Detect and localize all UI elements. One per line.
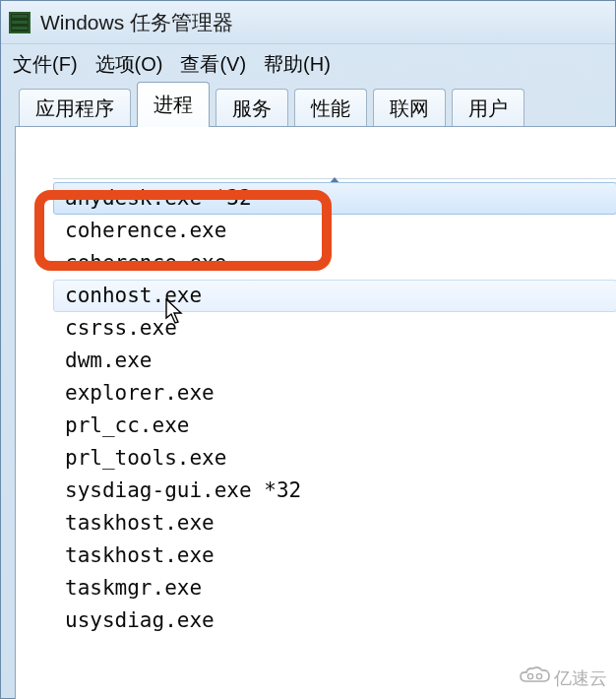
process-row[interactable]: dwm.exe bbox=[53, 345, 616, 377]
app-icon bbox=[9, 12, 31, 33]
watermark-text: 亿速云 bbox=[554, 667, 607, 690]
process-row[interactable]: prl_tools.exe bbox=[53, 442, 616, 475]
tab-services[interactable]: 服务 bbox=[216, 89, 288, 128]
tab-applications[interactable]: 应用程序 bbox=[19, 89, 131, 128]
menu-view[interactable]: 查看(V) bbox=[180, 51, 246, 78]
tab-networking[interactable]: 联网 bbox=[373, 89, 446, 128]
menu-options[interactable]: 选项(O) bbox=[95, 51, 163, 78]
process-row[interactable]: explorer.exe bbox=[53, 377, 616, 410]
tab-processes[interactable]: 进程 bbox=[137, 82, 210, 127]
titlebar[interactable]: Windows 任务管理器 bbox=[1, 1, 615, 44]
process-row[interactable]: taskhost.exe bbox=[53, 507, 616, 540]
process-row[interactable]: anydesk.exe *32 bbox=[53, 182, 616, 215]
menu-file[interactable]: 文件(F) bbox=[13, 51, 78, 78]
tab-users[interactable]: 用户 bbox=[452, 89, 524, 128]
process-row[interactable]: csrss.exe bbox=[53, 312, 616, 345]
process-row[interactable]: coherence.exe bbox=[53, 247, 616, 280]
process-row[interactable]: taskhost.exe bbox=[53, 540, 616, 572]
task-manager-window: Windows 任务管理器 文件(F) 选项(O) 查看(V) 帮助(H) 应用… bbox=[0, 0, 616, 699]
process-row[interactable]: conhost.exe bbox=[53, 280, 616, 312]
window-title: Windows 任务管理器 bbox=[40, 9, 233, 36]
tab-strip: 应用程序 进程 服务 性能 联网 用户 bbox=[1, 84, 615, 127]
process-list[interactable]: anydesk.exe *32coherence.execoherence.ex… bbox=[53, 182, 616, 699]
watermark: 亿速云 bbox=[519, 666, 607, 690]
process-row[interactable]: usysdiag.exe bbox=[53, 604, 616, 637]
menubar: 文件(F) 选项(O) 查看(V) 帮助(H) bbox=[1, 44, 615, 84]
process-row[interactable]: taskmgr.exe bbox=[53, 572, 616, 604]
process-row[interactable]: coherence.exe bbox=[53, 215, 616, 247]
menu-help[interactable]: 帮助(H) bbox=[264, 51, 331, 78]
svg-point-0 bbox=[527, 673, 532, 678]
svg-point-1 bbox=[536, 673, 541, 678]
cloud-icon bbox=[519, 666, 552, 690]
tab-performance[interactable]: 性能 bbox=[294, 89, 367, 128]
process-row[interactable]: prl_cc.exe bbox=[53, 410, 616, 442]
process-row[interactable]: sysdiag-gui.exe *32 bbox=[53, 475, 616, 507]
processes-panel: anydesk.exe *32coherence.execoherence.ex… bbox=[15, 126, 616, 699]
